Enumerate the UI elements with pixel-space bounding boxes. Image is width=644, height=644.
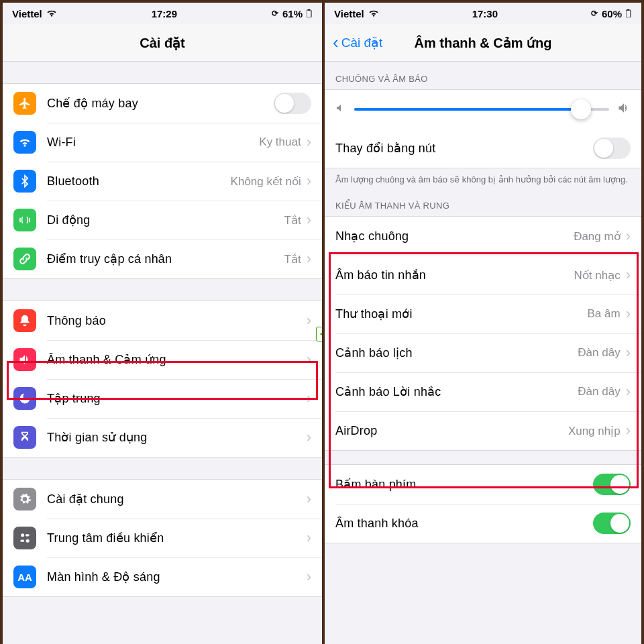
status-bar: Viettel 17:29 ⟳ 61% bbox=[3, 3, 322, 24]
row-notifications[interactable]: Thông báo › bbox=[3, 301, 322, 340]
row-value: Không kết nối bbox=[231, 174, 301, 189]
status-bar: Viettel 17:30 ⟳ 60% bbox=[325, 3, 641, 24]
back-label: Cài đặt bbox=[341, 35, 383, 50]
row-keyboard-clicks[interactable]: Bấm bàn phím bbox=[325, 465, 641, 504]
lock-sound-toggle[interactable] bbox=[593, 513, 631, 534]
cellular-icon bbox=[13, 209, 36, 231]
chevron-right-icon: › bbox=[307, 390, 311, 407]
slider-fill bbox=[354, 108, 581, 111]
airplane-toggle[interactable] bbox=[274, 93, 311, 114]
row-reminder-alert[interactable]: Cảnh báo Lời nhắc Đàn dây › bbox=[325, 372, 641, 411]
row-label: Thư thoại mới bbox=[335, 307, 588, 321]
bell-icon bbox=[13, 309, 36, 332]
row-value: Đang mở bbox=[574, 229, 621, 244]
chevron-left-icon: ‹ bbox=[333, 34, 339, 51]
speaker-high-icon bbox=[617, 101, 631, 117]
chevron-right-icon: › bbox=[626, 344, 631, 362]
plus-marker: + bbox=[316, 327, 322, 341]
row-focus[interactable]: Tập trung › bbox=[3, 379, 322, 418]
svg-rect-1 bbox=[308, 9, 310, 11]
chevron-right-icon: › bbox=[307, 250, 311, 268]
svg-rect-4 bbox=[20, 540, 24, 542]
change-with-buttons-toggle[interactable] bbox=[593, 138, 631, 159]
row-bluetooth[interactable]: Bluetooth Không kết nối › bbox=[3, 162, 322, 201]
row-text-tone[interactable]: Âm báo tin nhắn Nốt nhạc › bbox=[325, 256, 641, 294]
wifi-icon bbox=[368, 8, 379, 19]
row-cellular[interactable]: Di động Tắt › bbox=[3, 201, 322, 239]
row-value: Đàn dây bbox=[578, 385, 620, 398]
svg-rect-6 bbox=[626, 10, 631, 17]
volume-slider-row bbox=[325, 90, 641, 129]
bluetooth-icon bbox=[13, 170, 36, 193]
chevron-right-icon: › bbox=[307, 351, 311, 368]
row-display[interactable]: AA Màn hình & Độ sáng › bbox=[3, 557, 322, 596]
carrier-label: Viettel bbox=[334, 8, 364, 19]
row-value: Tắt bbox=[284, 213, 301, 227]
moon-icon bbox=[13, 387, 36, 410]
chevron-right-icon: › bbox=[626, 383, 631, 400]
row-label: Nhạc chuông bbox=[335, 229, 574, 244]
row-screentime[interactable]: Thời gian sử dụng › bbox=[3, 418, 322, 457]
chevron-right-icon: › bbox=[626, 422, 631, 439]
battery-label: 61% bbox=[282, 8, 303, 19]
carrier-label: Viettel bbox=[12, 8, 42, 19]
clock: 17:30 bbox=[472, 8, 498, 19]
hourglass-icon bbox=[13, 426, 36, 449]
row-label: Thay đổi bằng nút bbox=[335, 141, 593, 156]
page-title: Âm thanh & Cảm ứng bbox=[415, 35, 552, 51]
row-label: Cảnh báo Lời nhắc bbox=[335, 384, 578, 399]
battery-icon bbox=[307, 8, 313, 19]
section-header-patterns: KIỂU ÂM THANH VÀ RUNG bbox=[325, 189, 641, 216]
control-center-icon bbox=[13, 527, 36, 549]
row-label: Âm thanh khóa bbox=[335, 517, 593, 531]
battery-icon bbox=[626, 8, 632, 19]
row-voicemail[interactable]: Thư thoại mới Ba âm › bbox=[325, 294, 641, 333]
clock: 17:29 bbox=[152, 8, 177, 19]
phone-settings: Viettel 17:29 ⟳ 61% Cài đặt bbox=[0, 3, 322, 644]
row-value: Ky thuat bbox=[259, 136, 301, 149]
row-label: Thời gian sử dụng bbox=[47, 430, 307, 445]
sounds-list[interactable]: CHUÔNG VÀ ÂM BÁO Thay đổi bằng nút bbox=[325, 62, 641, 644]
volume-slider[interactable] bbox=[354, 108, 609, 111]
chevron-right-icon: › bbox=[307, 529, 311, 547]
row-general[interactable]: Cài đặt chung › bbox=[3, 480, 322, 519]
hotspot-icon bbox=[13, 248, 36, 270]
footer-note: Âm lượng chuông và âm báo sẽ không bị ản… bbox=[325, 168, 641, 189]
row-label: Di động bbox=[47, 213, 284, 227]
row-label: Bluetooth bbox=[47, 174, 231, 189]
row-control-center[interactable]: Trung tâm điều khiển › bbox=[3, 519, 322, 557]
back-button[interactable]: ‹ Cài đặt bbox=[333, 35, 382, 51]
row-ringtone[interactable]: Nhạc chuông Đang mở › bbox=[325, 217, 641, 256]
row-label: Trung tâm điều khiển bbox=[47, 531, 307, 545]
nav-header: Cài đặt bbox=[3, 24, 322, 62]
row-value: Nốt nhạc bbox=[574, 268, 621, 282]
row-wifi[interactable]: Wi-Fi Ky thuat › bbox=[3, 123, 322, 162]
row-value: Xung nhịp bbox=[568, 424, 621, 438]
sound-icon bbox=[13, 348, 36, 371]
row-label: Âm thanh & Cảm ứng bbox=[47, 352, 307, 367]
row-value: Tắt bbox=[284, 252, 301, 266]
row-sounds[interactable]: Âm thanh & Cảm ứng › bbox=[3, 340, 322, 379]
chevron-right-icon: › bbox=[307, 429, 311, 446]
row-calendar-alert[interactable]: Cảnh báo lịch Đàn dây › bbox=[325, 333, 641, 372]
row-label: Chế độ máy bay bbox=[47, 96, 274, 111]
group-connectivity: Chế độ máy bay Wi-Fi Ky thuat › Bluetoot… bbox=[3, 83, 322, 279]
row-airplane-mode[interactable]: Chế độ máy bay bbox=[3, 84, 322, 123]
row-airdrop[interactable]: AirDrop Xung nhịp › bbox=[325, 411, 641, 450]
slider-thumb[interactable] bbox=[571, 99, 591, 119]
chevron-right-icon: › bbox=[626, 305, 631, 323]
svg-rect-0 bbox=[307, 10, 311, 17]
row-label: Wi-Fi bbox=[47, 136, 259, 150]
row-change-with-buttons[interactable]: Thay đổi bằng nút bbox=[325, 129, 641, 168]
orientation-lock-icon: ⟳ bbox=[591, 9, 598, 18]
group-sound-patterns: Nhạc chuông Đang mở › Âm báo tin nhắn Nố… bbox=[325, 216, 641, 451]
svg-rect-3 bbox=[25, 534, 30, 536]
keyboard-clicks-toggle[interactable] bbox=[593, 474, 631, 495]
row-lock-sound[interactable]: Âm thanh khóa bbox=[325, 504, 641, 543]
wifi-icon bbox=[46, 8, 57, 19]
svg-point-2 bbox=[21, 533, 24, 537]
settings-list[interactable]: Chế độ máy bay Wi-Fi Ky thuat › Bluetoot… bbox=[3, 62, 322, 644]
row-hotspot[interactable]: Điểm truy cập cá nhân Tắt › bbox=[3, 239, 322, 278]
chevron-right-icon: › bbox=[307, 172, 311, 190]
row-label: Tập trung bbox=[47, 391, 307, 406]
